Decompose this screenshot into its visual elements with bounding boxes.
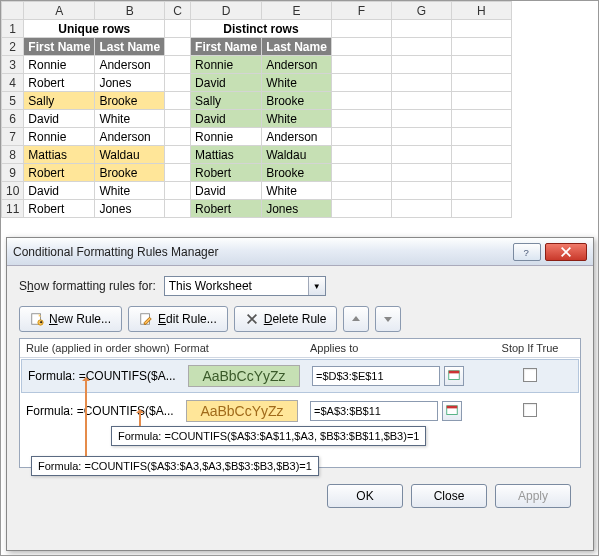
rule-row-0[interactable]: Formula: =COUNTIFS($A...AaBbCcYyZz	[21, 359, 579, 393]
cell-E5[interactable]: Brooke	[262, 92, 332, 110]
cell-G3[interactable]	[391, 56, 451, 74]
col-header-F[interactable]: F	[331, 2, 391, 20]
cell-E9[interactable]: Brooke	[262, 164, 332, 182]
title-distinct[interactable]: Distinct rows	[191, 20, 332, 38]
cell-G1[interactable]	[391, 20, 451, 38]
cell-D7[interactable]: Ronnie	[191, 128, 262, 146]
cell-H3[interactable]	[451, 56, 511, 74]
cell-H7[interactable]	[451, 128, 511, 146]
cell-C8[interactable]	[165, 146, 191, 164]
row-header-4[interactable]: 4	[2, 74, 24, 92]
cell-B5[interactable]: Brooke	[95, 92, 165, 110]
row-header-8[interactable]: 8	[2, 146, 24, 164]
row-header-1[interactable]: 1	[2, 20, 24, 38]
cell-G7[interactable]	[391, 128, 451, 146]
cell-A10[interactable]: David	[24, 182, 95, 200]
cell-G2[interactable]	[391, 38, 451, 56]
row-header-2[interactable]: 2	[2, 38, 24, 56]
cell-G11[interactable]	[391, 200, 451, 218]
cell-B4[interactable]: Jones	[95, 74, 165, 92]
cell-E6[interactable]: White	[262, 110, 332, 128]
range-picker-button[interactable]	[442, 401, 462, 421]
row-header-10[interactable]: 10	[2, 182, 24, 200]
applies-to-input[interactable]	[312, 366, 440, 386]
cell-G4[interactable]	[391, 74, 451, 92]
cell-H10[interactable]	[451, 182, 511, 200]
cell-D5[interactable]: Sally	[191, 92, 262, 110]
close-button[interactable]: Close	[411, 484, 487, 508]
cell-A11[interactable]: Robert	[24, 200, 95, 218]
title-unique[interactable]: Unique rows	[24, 20, 165, 38]
cell-A5[interactable]: Sally	[24, 92, 95, 110]
cell-A8[interactable]: Mattias	[24, 146, 95, 164]
stop-if-true-checkbox[interactable]	[523, 403, 537, 417]
col-header-B[interactable]: B	[95, 2, 165, 20]
applies-to-input[interactable]	[310, 401, 438, 421]
new-rule-button[interactable]: ✦ New Rule...	[19, 306, 122, 332]
cell-F2[interactable]	[331, 38, 391, 56]
col-header-D[interactable]: D	[191, 2, 262, 20]
cell-F10[interactable]	[331, 182, 391, 200]
cell-C9[interactable]	[165, 164, 191, 182]
cell-H5[interactable]	[451, 92, 511, 110]
cell-E8[interactable]: Waldau	[262, 146, 332, 164]
hdr-D2[interactable]: First Name	[191, 38, 262, 56]
window-close-button[interactable]	[545, 243, 587, 261]
row-header-7[interactable]: 7	[2, 128, 24, 146]
cell-F8[interactable]	[331, 146, 391, 164]
cell-F5[interactable]	[331, 92, 391, 110]
edit-rule-button[interactable]: Edit Rule...	[128, 306, 228, 332]
cell-C7[interactable]	[165, 128, 191, 146]
cell-C5[interactable]	[165, 92, 191, 110]
cell-D11[interactable]: Robert	[191, 200, 262, 218]
cell-B9[interactable]: Brooke	[95, 164, 165, 182]
stop-if-true-checkbox[interactable]	[523, 368, 537, 382]
cell-G10[interactable]	[391, 182, 451, 200]
cell-H9[interactable]	[451, 164, 511, 182]
cell-C6[interactable]	[165, 110, 191, 128]
cell-E4[interactable]: White	[262, 74, 332, 92]
cell-A4[interactable]: Robert	[24, 74, 95, 92]
cell-H1[interactable]	[451, 20, 511, 38]
help-button[interactable]: ?	[513, 243, 541, 261]
cell-G6[interactable]	[391, 110, 451, 128]
cell-D3[interactable]: Ronnie	[191, 56, 262, 74]
col-header-G[interactable]: G	[391, 2, 451, 20]
cell-C3[interactable]	[165, 56, 191, 74]
col-header-C[interactable]: C	[165, 2, 191, 20]
cell-H4[interactable]	[451, 74, 511, 92]
cell-D6[interactable]: David	[191, 110, 262, 128]
row-header-5[interactable]: 5	[2, 92, 24, 110]
cell-F11[interactable]	[331, 200, 391, 218]
cell-A7[interactable]: Ronnie	[24, 128, 95, 146]
cell-E7[interactable]: Anderson	[262, 128, 332, 146]
cell-B11[interactable]: Jones	[95, 200, 165, 218]
cell-C1[interactable]	[165, 20, 191, 38]
cell-A6[interactable]: David	[24, 110, 95, 128]
cell-B8[interactable]: Waldau	[95, 146, 165, 164]
cell-C11[interactable]	[165, 200, 191, 218]
cell-E11[interactable]: Jones	[262, 200, 332, 218]
ok-button[interactable]: OK	[327, 484, 403, 508]
col-header-E[interactable]: E	[262, 2, 332, 20]
row-header-9[interactable]: 9	[2, 164, 24, 182]
hdr-E2[interactable]: Last Name	[262, 38, 332, 56]
cell-H8[interactable]	[451, 146, 511, 164]
cell-F7[interactable]	[331, 128, 391, 146]
cell-F3[interactable]	[331, 56, 391, 74]
range-picker-button[interactable]	[444, 366, 464, 386]
row-header-3[interactable]: 3	[2, 56, 24, 74]
scope-dropdown[interactable]: This Worksheet ▼	[164, 276, 326, 296]
cell-B10[interactable]: White	[95, 182, 165, 200]
cell-B6[interactable]: White	[95, 110, 165, 128]
cell-F1[interactable]	[331, 20, 391, 38]
row-header-6[interactable]: 6	[2, 110, 24, 128]
cell-G5[interactable]	[391, 92, 451, 110]
cell-B3[interactable]: Anderson	[95, 56, 165, 74]
cell-F4[interactable]	[331, 74, 391, 92]
row-header-11[interactable]: 11	[2, 200, 24, 218]
rule-row-1[interactable]: Formula: =COUNTIFS($A...AaBbCcYyZz	[20, 394, 580, 428]
corner-cell[interactable]	[2, 2, 24, 20]
col-header-A[interactable]: A	[24, 2, 95, 20]
cell-H11[interactable]	[451, 200, 511, 218]
